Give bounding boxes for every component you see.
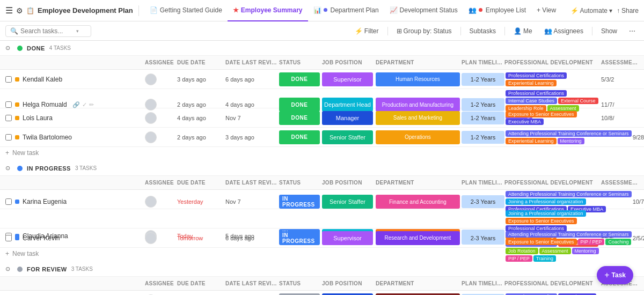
app-gear-icon[interactable]: ⚙ (16, 6, 23, 15)
show-btn[interactable]: Show (598, 26, 620, 36)
avatar[interactable] (145, 232, 157, 244)
section-toggle-in-progress[interactable]: ⊙ (5, 165, 13, 172)
top-nav: ☰ ⚙ 📋 Employee Development Plan 📄 Gettin… (0, 0, 644, 21)
dev-tag: Experiential Learning (506, 138, 557, 144)
tab-department-plan[interactable]: 📊 Department Plan (308, 0, 384, 21)
job-position-badge[interactable]: Senior Staffer (322, 130, 373, 144)
assessment-value: 10/7/ (633, 198, 644, 205)
assessment-value: 5/3/2 (601, 76, 614, 83)
tab-employee-summary[interactable]: ★ Employee Summary (228, 0, 308, 21)
col-header-2: DUE DATE (177, 180, 225, 186)
table-row[interactable]: Lois Laura 4 days agoNov 7DONEManagerSal… (0, 108, 644, 128)
job-position-badge[interactable]: Manager (322, 111, 373, 125)
me-btn[interactable]: 👤 Me (510, 26, 536, 36)
job-position-cell: Senior Staffer (322, 130, 376, 144)
department-badge[interactable]: Production and Manufacturing (376, 98, 460, 112)
plan-timeline-cell: 1-2 Years (462, 131, 504, 144)
job-position-badge[interactable]: Manager (322, 293, 373, 296)
table-row[interactable]: Twila Bartolomeo 2 days ago3 days agoDON… (0, 128, 644, 147)
task-checkbox[interactable] (5, 134, 12, 141)
section-dot-done (17, 46, 23, 51)
plan-timeline-badge: 1-2 Years (462, 73, 504, 86)
task-name-cell: Twila Bartolomeo (5, 134, 145, 141)
section-toggle-for-review[interactable]: ⊙ (5, 266, 13, 272)
department-badge[interactable]: Research and Development (376, 231, 460, 245)
table-row[interactable]: Carver Kevin Tomorrow6 days agoIN PROGRE… (0, 228, 644, 248)
avatar[interactable] (145, 99, 157, 110)
add-view-btn[interactable]: + View (531, 0, 561, 21)
filter-icon: ⚡ (355, 27, 363, 35)
avatar[interactable] (145, 131, 157, 143)
status-badge[interactable]: DONE (279, 130, 320, 144)
status-badge[interactable]: IN PROGRESS (279, 195, 320, 209)
job-position-badge[interactable]: Supervisor (322, 72, 373, 86)
automate-btn[interactable]: ⚡ Automate ▾ (570, 7, 612, 14)
check-icon[interactable]: ✓ (82, 101, 87, 108)
tab-employee-list[interactable]: 👥 Employee List (463, 0, 531, 21)
professional-dev-cell: Professional CertificationsExperiential … (504, 71, 601, 87)
dev-tag: External Course (558, 98, 598, 104)
department-badge[interactable]: Operations (376, 130, 460, 144)
department-badge[interactable]: Human Resources (376, 72, 460, 86)
hamburger-icon[interactable]: ☰ (5, 5, 13, 16)
section-count-for-review: 3 TASKS (71, 266, 93, 272)
table-row[interactable]: Helga Romuald 🔗✓✏ 2 days ago4 days agoDO… (0, 89, 644, 108)
content-area: ⊙ DONE 4 TASKS ASSIGNEEDUE DATEDATE LAST… (0, 41, 644, 295)
plan-timeline-badge: 2-3 Years (462, 195, 504, 208)
department-badge[interactable]: Finance and Accounting (376, 195, 460, 209)
task-checkbox[interactable] (5, 101, 12, 108)
plan-timeline-cell: 1-2 Years (462, 73, 504, 86)
col-header-1: ASSIGNEE (145, 180, 177, 186)
subtasks-btn[interactable]: Subtasks (466, 26, 499, 36)
tab-development-status[interactable]: 📈 Development Status (384, 0, 463, 21)
create-task-fab[interactable]: +Task (597, 266, 633, 284)
department-badge[interactable]: Public Relations (376, 293, 460, 296)
filter-btn[interactable]: ⚡ Filter (352, 26, 382, 36)
plan-timeline-badge: 1-2 Years (462, 131, 504, 144)
table-row[interactable]: Claudia Arianna Today5 days agoIN PROGRE… (0, 209, 644, 228)
due-date-cell: 2 days ago (177, 101, 225, 108)
status-badge[interactable]: DONE (279, 72, 320, 86)
dev-tag: Exposure to Senior Executives (506, 111, 577, 117)
table-row[interactable]: Kendall Kaleb 3 days ago6 days agoDONESu… (0, 70, 644, 89)
status-badge[interactable]: DONE (279, 111, 320, 125)
avatar[interactable] (145, 73, 157, 85)
status-cell: FOR REVIEW (279, 293, 322, 296)
department-cell: Production and Manufacturing (376, 98, 462, 112)
task-checkbox[interactable] (5, 115, 12, 121)
task-checkbox[interactable] (5, 198, 12, 205)
tab-getting-started[interactable]: 📄 Getting Started Guide (144, 0, 228, 21)
department-badge[interactable]: Sales and Marketing (376, 111, 460, 125)
avatar[interactable] (145, 196, 157, 208)
new-task-row[interactable]: +New task (0, 147, 644, 159)
status-badge[interactable]: DONE (279, 98, 320, 112)
group-by-btn[interactable]: ⊞ Group by: Status (393, 26, 455, 36)
col-header-3: DATE LAST REVIEWED (225, 281, 279, 286)
more-options-btn[interactable]: ⋯ (626, 26, 639, 36)
assignees-btn[interactable]: 👥 Assignees (541, 26, 587, 36)
edit-icon[interactable]: ✏ (89, 101, 94, 108)
job-position-badge[interactable]: Senior Staffer (322, 195, 373, 209)
job-position-badge[interactable]: Department Head (322, 98, 373, 112)
task-checkbox[interactable] (5, 76, 12, 83)
date-reviewed: 4 days ago (225, 101, 254, 108)
col-header-4: STATUS (279, 281, 322, 286)
dev-tag: PIP / PEP (578, 239, 605, 245)
avatar[interactable] (145, 112, 157, 124)
col-headers-done: ASSIGNEEDUE DATEDATE LAST REVIEWEDSTATUS… (0, 56, 644, 70)
search-box[interactable]: 🔍 ▾ (5, 25, 91, 37)
table-row[interactable]: Sean Thatcher Nov 213 days agoFOR REVIEW… (0, 291, 644, 295)
status-badge[interactable]: IN PROGRESS (279, 231, 320, 245)
link-icon[interactable]: 🔗 (72, 101, 80, 108)
col-header-1: ASSIGNEE (145, 281, 177, 286)
table-row[interactable]: Karina Eugenia YesterdayNov 7IN PROGRESS… (0, 190, 644, 209)
search-input[interactable] (20, 27, 74, 35)
share-btn[interactable]: ↑ Share (617, 7, 639, 14)
job-position-cell: Manager (322, 111, 376, 125)
toolbar-sep-1 (387, 27, 388, 35)
status-cell: IN PROGRESS (279, 231, 322, 245)
job-position-badge[interactable]: Supervisor (322, 231, 373, 245)
task-checkbox[interactable] (5, 235, 12, 241)
section-toggle-done[interactable]: ⊙ (5, 45, 13, 51)
status-badge[interactable]: FOR REVIEW (279, 293, 320, 296)
